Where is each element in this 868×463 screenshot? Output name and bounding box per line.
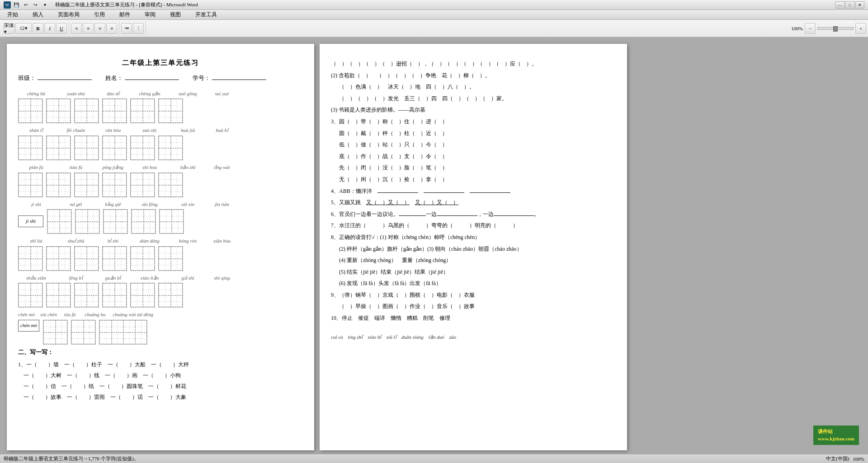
ex8-2: (2) 秤杆（gǎn gǎn）旗杆（gǎn gǎn）(3) 朝向（cháo zh… <box>331 244 616 254</box>
number-field: 学号： <box>193 74 266 83</box>
grid-zhanli <box>18 136 42 160</box>
tab-references[interactable]: 引用 <box>91 10 108 19</box>
tab-layout[interactable]: 页面布局 <box>55 10 82 19</box>
writing-ex-1: 1、一（ ）墙 一（ ）柱子 一（ ）大船 一（ ）大秤 <box>18 359 303 370</box>
class-field: 班级： <box>18 74 92 83</box>
zoom-in-button[interactable]: + <box>855 23 866 34</box>
tb-align-left[interactable]: ≡ <box>71 23 82 34</box>
ex4: 4、ABB：懒洋洋 <box>331 187 616 196</box>
status-right: 中文(中国) 100% <box>826 455 864 462</box>
undo-button[interactable]: ↩ <box>22 1 30 9</box>
number-input[interactable] <box>212 80 266 80</box>
ex8-5: (6) 发现（fā fà）头发（fā fà）出发（fā fà） <box>331 279 616 289</box>
class-input[interactable] <box>38 80 92 80</box>
ex3-row4: 底（ ）作（ ）战（ ）支（ ）令（ ） <box>331 152 616 162</box>
ex3-row3: 低（ ）做（ ）站（ ）只（ ）今（ ） <box>331 140 616 150</box>
ex10-pinyin: cuī cù tíng zhǐ xiào bǐ xiū lǐ duān xián… <box>331 332 616 342</box>
title-bar-left: W 💾 ↩ ↪ ▾ 韩确版二年级上册语文第三单元练习 - [兼容模式] - Mi… <box>4 1 198 9</box>
grid-chenghū <box>18 98 42 123</box>
window-title: 韩确版二年级上册语文第三单元练习 - [兼容模式] - Microsoft Wo… <box>55 1 198 8</box>
grid-feichuan <box>46 136 71 160</box>
tb-align-right[interactable]: ≡ <box>94 23 105 34</box>
tab-start[interactable]: 开始 <box>5 10 21 19</box>
pinyin-row-1-labels: chēng hū yuán zhù dào dǐ chèng gǎn zuō g… <box>18 90 303 98</box>
pinyin-row-4-labels: jí shí ná gěi bǐng qiě xīn fēng xiě xìn … <box>18 201 303 209</box>
grid-chenggan <box>102 98 127 123</box>
tb-bullets[interactable]: ≔ <box>121 23 132 34</box>
pinyin-grid-row-1 <box>18 98 303 123</box>
pinyin-grid-row-6 <box>18 283 303 307</box>
pinyin-row-3-labels: piān fú tiáo fú píng jiǎng shí hou bǎo z… <box>18 164 303 172</box>
tab-review[interactable]: 审阅 <box>142 10 158 19</box>
toolbar-group-2: ≡ ≡ ≡ ≡ <box>69 21 119 36</box>
ex2-title: (2) 含苞欲（ ） （ ）（ ）（ ）争艳 花（ ）柳（ ）。 <box>331 71 616 81</box>
writing-ex-3: 一（ ）信 一（ ）纸 一（ ）圆珠笔 一（ ）鲜花 <box>18 381 303 392</box>
student-info: 班级： 姓名： 学号： <box>18 74 303 83</box>
pinyin-grid-row-5 <box>18 246 303 271</box>
ex10: 10、停止 催促 端详 懒惰 糟糕 削笔 修理 <box>331 313 616 323</box>
customize-button[interactable]: ▾ <box>41 1 49 9</box>
tb-justify[interactable]: ≡ <box>106 23 117 34</box>
tb-font-size[interactable]: 12▾ <box>15 23 32 34</box>
pinyin-grid-row-3 <box>18 173 303 197</box>
ex9-2: （ ）早操（ ）图画（ ）作业（ ）音乐（ ）故事 <box>331 302 616 312</box>
tb-numbering[interactable]: ⋮ <box>133 23 144 34</box>
tab-insert[interactable]: 插入 <box>30 10 46 19</box>
ex8-title: 8、正确的读音打√：(1) 对称（chēng chèn）称呼（chēng chè… <box>331 233 616 243</box>
zoom-slider[interactable] <box>817 27 854 30</box>
pinyin-row-6-labels: shǒu xiān fēng bǐ guǎn bǐ xiào liǎn gǔ s… <box>18 274 303 282</box>
grid-zuogong <box>130 98 155 123</box>
watermark: 课件站 www.kjzhan.com <box>813 426 859 445</box>
language-label: 中文(中国) <box>826 455 849 462</box>
zoom-out-button[interactable]: − <box>805 23 816 34</box>
name-field: 姓名： <box>105 74 179 83</box>
ex9: 9、（弹）钢琴（ ）京戏（ ）围棋（ ）电影（ ）衣服 <box>331 290 616 300</box>
zoom-percent: 100% <box>853 456 864 462</box>
name-input[interactable] <box>125 80 179 80</box>
pinyin-row-7-labels: chén mò xiù chén tóu fà chuāng hu chuāng… <box>18 311 303 319</box>
pinyin-row-5-labels: zhī liú shuǐ zhū bǐ zhí diàn dēng hóng r… <box>18 237 303 245</box>
save-button[interactable]: 💾 <box>12 1 20 9</box>
redo-button[interactable]: ↪ <box>31 1 39 9</box>
writing-ex-2: 一（ ）大树 一（ ）线 一（ ）画 一（ ）小狗 <box>18 370 303 381</box>
title-bar: W 💾 ↩ ↪ ▾ 韩确版二年级上册语文第三单元练习 - [兼容模式] - Mi… <box>0 0 868 10</box>
tb-bold[interactable]: B <box>33 23 43 34</box>
minimize-button[interactable]: — <box>835 1 844 9</box>
writing-exercises: 1、一（ ）墙 一（ ）柱子 一（ ）大船 一（ ）大秤 一（ ）大树 一（ ）… <box>18 359 303 402</box>
ex3-label: 3、园（ ）带（ ）称（ ）住（ ）进（ ） <box>331 117 616 127</box>
section2-title: 二、写一写： <box>18 348 303 357</box>
ex3-row2: 圆（ ）戴（ ）秤（ ）柱（ ）近（ ） <box>331 129 616 139</box>
tb-italic[interactable]: I <box>44 23 55 34</box>
ex3-row5: 先（ ）闭（ ）没（ ）脸（ ）笔（ ） <box>331 163 616 173</box>
tb-align-center[interactable]: ≡ <box>83 23 94 34</box>
word-count: 韩确版二年级上册语文第三单元练习→1,770 个字符(近似值)。 <box>4 455 139 462</box>
grid-zuoshi <box>102 136 127 160</box>
tb-font-name[interactable]: 宋体▾ <box>4 23 14 34</box>
page-title: 二年级上第三单元练习 <box>18 57 303 68</box>
grid-huabi <box>158 136 183 160</box>
ex7: 7、水汪汪的（ ）乌黑的（ ）弯弯的（ ）明亮的（ ） <box>331 221 616 231</box>
grid-suiyue <box>158 98 183 123</box>
ex8-3: (4) 重新（zhòng chóng） 重量（zhòng chóng） <box>331 256 616 266</box>
pinyin-grid-row-7: chén mò <box>18 320 303 344</box>
ex8-4: (5) 结实（jié jiē）结束（jié jiē）结果（jié jiē） <box>331 267 616 277</box>
page-1: 二年级上第三单元练习 班级： 姓名： 学号： chēng <box>7 44 314 450</box>
toolbar-group-1: 宋体▾ 12▾ B I U <box>2 21 69 36</box>
pinyin-row-2-labels: zhàn lǐ fēi chuán rán hòu zuò shì huà ji… <box>18 126 303 135</box>
ex3-title: (3) 书籍是人类进步的阶梯。——高尔基 <box>331 105 616 115</box>
close-button[interactable]: ✕ <box>855 1 864 9</box>
page2-line1: （ ）（ ）（ ）（ ）逊招（ ），（ ）（ ）（ ）（ ）（ ）应（ ）。 <box>331 59 616 69</box>
ex5: 5、又蹦又跳 又（ ）又（ ） 又（ ）又（ ） <box>331 198 616 208</box>
tab-view[interactable]: 视图 <box>167 10 184 19</box>
tb-underline[interactable]: U <box>56 23 67 34</box>
tab-mail[interactable]: 邮件 <box>117 10 133 19</box>
writing-ex-4: 一（ ）故事 一（ ）雷雨 一（ ）话 一（ ）大象 <box>18 392 303 402</box>
pinyin-grid-row-2 <box>18 136 303 160</box>
tab-developer[interactable]: 开发工具 <box>193 10 220 19</box>
ex2-line2: （ ）色满（ ） 冰天（ ）地 四（ ）八（ ）。 <box>331 82 616 92</box>
pinyin-grid-row-4: jí shí <box>18 209 303 234</box>
maximize-button[interactable]: □ <box>845 1 854 9</box>
status-bar: 韩确版二年级上册语文第三单元练习→1,770 个字符(近似值)。 中文(中国) … <box>0 454 868 463</box>
toolbar-group-3: ≔ ⋮ <box>119 21 146 36</box>
ex2-line3: （ ）（ ）（ ）发光 丢三（ ）四 四（ ）（ ）（ ）家。 <box>331 94 616 104</box>
